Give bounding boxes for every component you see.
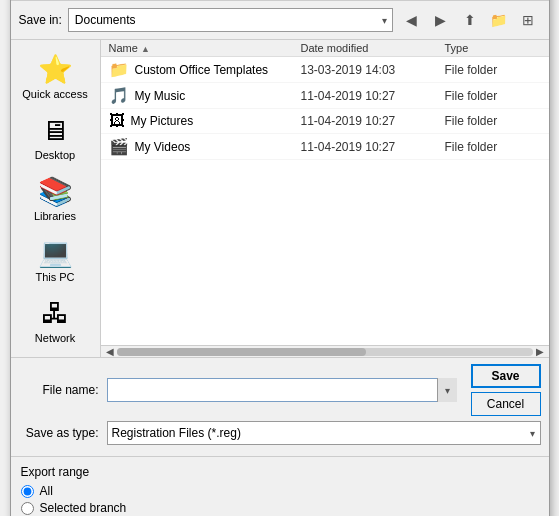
file-row-name: 🎬 My Videos (109, 137, 301, 156)
scroll-left-arrow[interactable]: ◀ (103, 346, 117, 357)
main-area: ⭐ Quick access 🖥 Desktop 📚 Libraries 💻 T… (11, 39, 549, 357)
horizontal-scrollbar: ◀ ▶ (101, 345, 549, 357)
file-row-type: File folder (445, 89, 541, 103)
file-row-date: 11-04-2019 10:27 (301, 89, 445, 103)
save-in-label: Save in: (19, 13, 62, 27)
sidebar-item-label-desktop: Desktop (35, 149, 75, 161)
nav-view-button[interactable]: ⊞ (515, 7, 541, 33)
sidebar-item-label-quick-access: Quick access (22, 88, 87, 100)
nav-buttons: ◀ ▶ ⬆ 📁 ⊞ (399, 7, 541, 33)
file-row-date: 11-04-2019 10:27 (301, 140, 445, 154)
save-button[interactable]: Save (471, 364, 541, 388)
sidebar-item-label-this-pc: This PC (35, 271, 74, 283)
col-header-name: Name ▲ (109, 42, 301, 54)
file-row-type: File folder (445, 63, 541, 77)
sidebar: ⭐ Quick access 🖥 Desktop 📚 Libraries 💻 T… (11, 40, 101, 357)
table-row[interactable]: 🖼 My Pictures 11-04-2019 10:27 File fold… (101, 109, 549, 134)
selected-branch-radio[interactable] (21, 502, 34, 515)
nav-new-folder-button[interactable]: 📁 (486, 7, 512, 33)
save-in-dropdown[interactable]: Documents (68, 8, 393, 32)
export-range-title: Export range (21, 465, 539, 479)
sidebar-item-label-network: Network (35, 332, 75, 344)
file-panel: Name ▲ Date modified Type 📁 Custom Offic… (101, 40, 549, 357)
nav-back-button[interactable]: ◀ (399, 7, 425, 33)
file-row-date: 11-04-2019 10:27 (301, 114, 445, 128)
toolbar: Save in: Documents ◀ ▶ ⬆ 📁 ⊞ (11, 1, 549, 39)
table-row[interactable]: 🎬 My Videos 11-04-2019 10:27 File folder (101, 134, 549, 160)
scroll-right-arrow[interactable]: ▶ (533, 346, 547, 357)
sidebar-item-network[interactable]: 🖧 Network (15, 292, 95, 349)
file-list-header: Name ▲ Date modified Type (101, 40, 549, 57)
nav-up-button[interactable]: ⬆ (457, 7, 483, 33)
export-range-section: Export range All Selected branch (11, 456, 549, 516)
file-row-type: File folder (445, 140, 541, 154)
file-list: 📁 Custom Office Templates 13-03-2019 14:… (101, 57, 549, 345)
file-name-input-wrapper: ▾ (107, 378, 457, 402)
folder-icon: 📁 (109, 60, 129, 79)
desktop-icon: 🖥 (41, 114, 69, 147)
sidebar-item-label-libraries: Libraries (34, 210, 76, 222)
col-header-type: Type (445, 42, 541, 54)
file-row-name: 🖼 My Pictures (109, 112, 301, 130)
music-folder-icon: 🎵 (109, 86, 129, 105)
selected-branch-radio-label[interactable]: Selected branch (40, 501, 127, 515)
nav-forward-button[interactable]: ▶ (428, 7, 454, 33)
cancel-button[interactable]: Cancel (471, 392, 541, 416)
save-as-type-dropdown[interactable]: Registration Files (*.reg)All Files (*.*… (107, 421, 541, 445)
pictures-folder-icon: 🖼 (109, 112, 125, 130)
file-name-input[interactable] (107, 378, 457, 402)
sidebar-item-desktop[interactable]: 🖥 Desktop (15, 109, 95, 166)
file-row-name: 🎵 My Music (109, 86, 301, 105)
quick-access-icon: ⭐ (38, 53, 73, 86)
save-as-type-row: Save as type: Registration Files (*.reg)… (19, 421, 541, 445)
bottom-fields: File name: ▾ Save Cancel Save as type: R… (11, 357, 549, 456)
file-row-date: 13-03-2019 14:03 (301, 63, 445, 77)
file-row-name: 📁 Custom Office Templates (109, 60, 301, 79)
action-buttons: Save Cancel (471, 364, 541, 416)
all-radio-label[interactable]: All (40, 484, 53, 498)
scroll-thumb[interactable] (117, 348, 367, 356)
sidebar-item-libraries[interactable]: 📚 Libraries (15, 170, 95, 227)
all-radio-row: All (21, 484, 539, 498)
col-header-date: Date modified (301, 42, 445, 54)
libraries-icon: 📚 (38, 175, 73, 208)
file-name-row: File name: ▾ Save Cancel (19, 364, 541, 416)
selected-branch-radio-row: Selected branch (21, 501, 539, 515)
network-icon: 🖧 (41, 297, 69, 330)
videos-folder-icon: 🎬 (109, 137, 129, 156)
save-in-dropdown-wrapper: Documents (68, 8, 393, 32)
export-registry-dialog: 📄 Export Registry File – □ ✕ Save in: Do… (10, 0, 550, 516)
table-row[interactable]: 📁 Custom Office Templates 13-03-2019 14:… (101, 57, 549, 83)
sidebar-item-this-pc[interactable]: 💻 This PC (15, 231, 95, 288)
scroll-track[interactable] (117, 348, 533, 356)
file-row-type: File folder (445, 114, 541, 128)
all-radio[interactable] (21, 485, 34, 498)
table-row[interactable]: 🎵 My Music 11-04-2019 10:27 File folder (101, 83, 549, 109)
sidebar-item-quick-access[interactable]: ⭐ Quick access (15, 48, 95, 105)
save-as-type-dropdown-wrapper: Registration Files (*.reg)All Files (*.*… (107, 421, 541, 445)
file-name-label: File name: (19, 383, 99, 397)
save-as-type-label: Save as type: (19, 426, 99, 440)
this-pc-icon: 💻 (38, 236, 73, 269)
file-name-dropdown-arrow[interactable]: ▾ (437, 378, 457, 402)
